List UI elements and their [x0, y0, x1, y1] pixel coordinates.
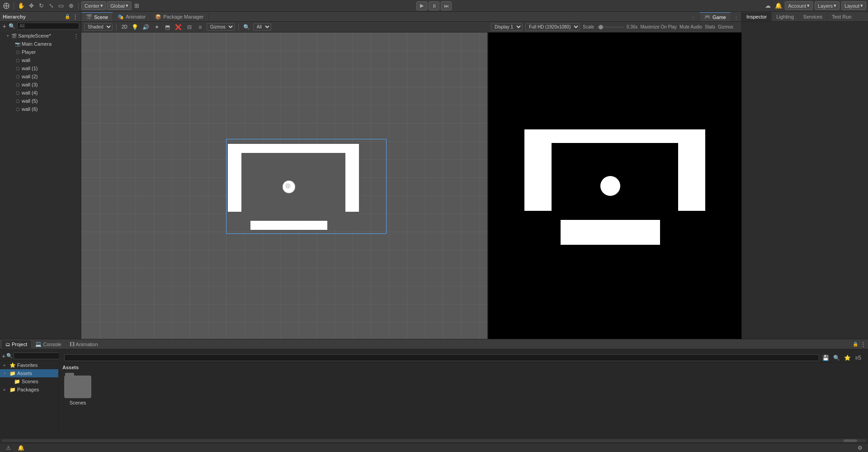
search-scene-icon[interactable]: 🔍: [242, 23, 251, 32]
tree-item-player[interactable]: ▸ ⬡ Player: [0, 48, 81, 56]
hierarchy-add-icon[interactable]: +: [2, 22, 7, 31]
tree-item-wall1[interactable]: ▸ ⬡ wall (1): [0, 64, 81, 72]
tab-animation[interactable]: 🎞 Animation: [66, 340, 102, 348]
tree-item-wall5[interactable]: ▸ ⬡ wall (5): [0, 97, 81, 105]
file-item-scenes[interactable]: Scenes: [62, 374, 93, 407]
space-mode-btn[interactable]: Global▾: [107, 1, 132, 10]
project-search-icon[interactable]: 🔍: [6, 352, 13, 361]
game-gizmos-btn[interactable]: Gizmos: [718, 24, 733, 29]
pause-button[interactable]: ⏸: [429, 1, 439, 10]
rotate-tool-icon[interactable]: ↻: [37, 1, 46, 10]
tab-console[interactable]: 💻 Console: [32, 340, 65, 348]
unity-logo-icon[interactable]: [2, 1, 11, 10]
shading-select[interactable]: Shaded: [84, 23, 113, 31]
tree-item-wall4[interactable]: ▸ ⬡ wall (4): [0, 89, 81, 97]
scale-tool-icon[interactable]: ⤡: [47, 1, 56, 10]
layers-btn[interactable]: Layers▾: [815, 1, 840, 10]
tab-lighting[interactable]: Lighting: [772, 12, 799, 21]
hand-tool-icon[interactable]: ✋: [17, 1, 26, 10]
wall4-icon: ⬡: [14, 90, 21, 95]
game-tab-more-icon[interactable]: ⋮: [731, 15, 741, 21]
cloud-icon[interactable]: 🔔: [774, 1, 783, 10]
sep1: [14, 2, 14, 10]
scene-grid-icon[interactable]: ⊟: [185, 23, 194, 32]
scene-maze-container: [201, 137, 368, 234]
tab-scene[interactable]: 🎬 Scene: [81, 12, 113, 21]
scrollbar-thumb[interactable]: [844, 439, 857, 442]
tab-project[interactable]: 🗂 Project: [2, 340, 31, 348]
scale-slider-thumb[interactable]: [599, 25, 603, 29]
2d-btn[interactable]: 2D: [120, 24, 129, 30]
assets-filter-icon[interactable]: 🔍: [832, 353, 841, 362]
resolution-select[interactable]: Full HD (1920x1080): [525, 23, 580, 31]
scale-value: 0.36x: [627, 24, 637, 29]
center-mode-btn[interactable]: Center▾: [81, 1, 106, 10]
inspector-content: [742, 22, 868, 339]
assets-save-icon[interactable]: 💾: [821, 353, 830, 362]
multi-tool-icon[interactable]: ⊕: [66, 1, 75, 10]
label-wall5: wall (5): [22, 98, 38, 104]
hierarchy-more-icon[interactable]: ⋮: [72, 14, 78, 20]
sidebar-item-assets[interactable]: ▾ 📁 Assets: [0, 369, 58, 377]
move-tool-icon[interactable]: ✥: [27, 1, 36, 10]
grid-icon[interactable]: ⊞: [132, 1, 142, 10]
display-select[interactable]: Display 1: [491, 23, 523, 31]
light-icon[interactable]: 💡: [131, 23, 140, 32]
tree-item-samplescene[interactable]: ▾ 🎬 SampleScene* ⋮: [0, 32, 81, 40]
animator-icon-tab: 🎭: [118, 14, 124, 20]
step-button[interactable]: ⏭: [441, 1, 452, 10]
assets-star2-icon[interactable]: ⭐: [843, 353, 852, 362]
tab-animator[interactable]: 🎭 Animator: [113, 12, 151, 21]
audio-icon[interactable]: 🔊: [142, 23, 151, 32]
tab-inspector[interactable]: Inspector: [742, 12, 772, 21]
all-select[interactable]: All: [253, 23, 271, 31]
tree-item-wall3[interactable]: ▸ ⬡ wall (3): [0, 81, 81, 89]
play-button[interactable]: ▶: [416, 1, 427, 10]
status-more-icon[interactable]: ⚙: [855, 443, 864, 452]
assets-more2-icon[interactable]: ≡5: [854, 353, 863, 362]
tab-game[interactable]: 🎮 Game: [699, 12, 731, 21]
tree-item-main-camera[interactable]: ▸ 📷 Main Camera: [0, 40, 81, 48]
tree-item-wall6[interactable]: ▸ ⬡ wall (6): [0, 105, 81, 113]
favorites-arrow: ▸: [4, 363, 8, 367]
rect-tool-icon[interactable]: ▭: [57, 1, 66, 10]
hierarchy-lock-icon[interactable]: 🔒: [64, 14, 71, 20]
tab-test-run[interactable]: Test Run: [827, 12, 856, 21]
bottom-more-icon[interactable]: ⋮: [860, 341, 866, 347]
tab-services[interactable]: Services: [799, 12, 827, 21]
sidebar-item-scenes[interactable]: ▸ 📁 Scenes: [0, 377, 58, 385]
vfx-icon[interactable]: ✦: [152, 23, 161, 32]
scene-view[interactable]: [81, 33, 488, 339]
sidebar-item-packages[interactable]: ▸ 📁 Packages: [0, 385, 58, 394]
gizmos-select[interactable]: Gizmos: [207, 23, 235, 31]
scene-more2-icon[interactable]: ❌: [174, 23, 183, 32]
assets-search-input[interactable]: [64, 354, 819, 361]
hierarchy-search-input[interactable]: [17, 23, 79, 29]
layout-btn[interactable]: Layout▾: [841, 1, 866, 10]
mute-audio-btn[interactable]: Mute Audio: [679, 24, 702, 29]
account-btn[interactable]: Account▾: [785, 1, 813, 10]
hierarchy-search-bar: + 🔍: [0, 22, 81, 31]
hierarchy-search-icon[interactable]: 🔍: [9, 22, 15, 31]
sidebar-item-favorites[interactable]: ▸ ⭐ Favorites: [0, 361, 58, 369]
player-icon: ⬡: [14, 50, 21, 55]
project-add-icon[interactable]: +: [2, 352, 5, 361]
tree-item-wall2[interactable]: ▸ ⬡ wall (2): [0, 72, 81, 81]
maximize-on-play-btn[interactable]: Maximize On Play: [640, 24, 677, 29]
favorites-label: Favorites: [17, 362, 38, 368]
tab-package-manager[interactable]: 📦 Package Manager: [151, 12, 208, 21]
status-warning-icon[interactable]: 🔔: [16, 443, 25, 452]
collab-icon[interactable]: ☁: [763, 1, 772, 10]
scrollbar-track[interactable]: [2, 439, 866, 442]
scene-more3-icon[interactable]: ≡: [196, 23, 205, 32]
hierarchy-header-icons: 🔒 ⋮: [64, 14, 78, 20]
scene-tab-more-icon[interactable]: ⋮: [688, 15, 698, 21]
svg-rect-9: [524, 211, 561, 245]
status-error-icon[interactable]: ⚠: [4, 443, 13, 452]
svg-point-6: [285, 183, 291, 189]
stats-btn[interactable]: Stats: [705, 24, 715, 29]
samplescene-menu-icon[interactable]: ⋮: [73, 33, 79, 39]
scene-more1-icon[interactable]: ⬒: [163, 23, 172, 32]
bottom-lock-icon[interactable]: 🔒: [852, 341, 859, 347]
tree-item-wall[interactable]: ▸ ⬡ wall: [0, 56, 81, 64]
